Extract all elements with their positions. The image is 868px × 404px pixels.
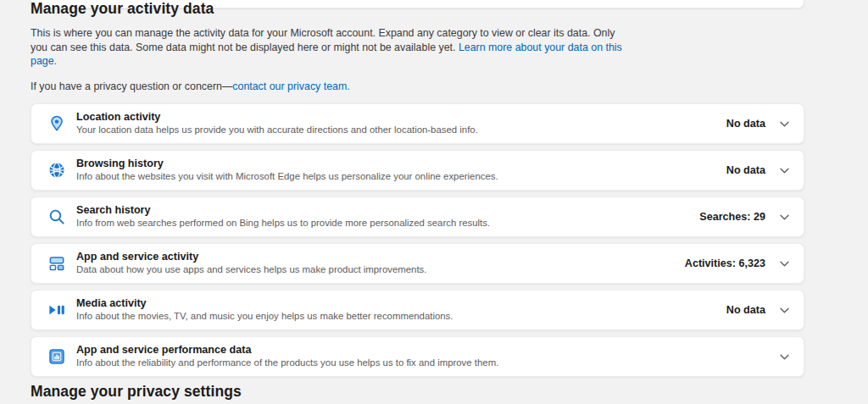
apps-icon xyxy=(47,254,66,273)
privacy-question-text: If you have a privacy question or concer… xyxy=(31,80,232,92)
page-title: Manage your activity data xyxy=(31,0,804,18)
privacy-question-line: If you have a privacy question or concer… xyxy=(31,80,804,93)
category-description: Info about the reliability and performan… xyxy=(76,357,765,369)
chevron-down-icon[interactable] xyxy=(779,304,790,315)
category-description: Info from web searches performed on Bing… xyxy=(76,218,699,230)
chevron-down-icon[interactable] xyxy=(779,118,790,129)
category-status: Activities: 6,323 xyxy=(685,257,765,269)
chevron-down-icon[interactable] xyxy=(779,211,790,222)
category-title: Location activity xyxy=(76,111,726,124)
performance-chart-icon xyxy=(47,347,66,366)
activity-data-page: Manage your activity data This is where … xyxy=(31,0,804,404)
activity-category-list: Location activity Your location data hel… xyxy=(31,103,804,377)
media-play-pause-icon xyxy=(47,301,66,319)
category-status: Searches: 29 xyxy=(699,211,765,223)
chevron-down-icon[interactable] xyxy=(779,257,790,268)
category-title: Browsing history xyxy=(76,158,726,170)
activity-category-card[interactable]: App and service performance data Info ab… xyxy=(31,336,804,377)
search-icon xyxy=(47,208,66,226)
activity-category-card[interactable]: Browsing history Info about the websites… xyxy=(31,150,804,191)
category-title: Media activity xyxy=(76,297,726,310)
category-title: App and service activity xyxy=(76,251,685,263)
contact-privacy-team-link[interactable]: contact our privacy team. xyxy=(232,80,349,92)
category-description: Your location data helps us provide you … xyxy=(76,125,726,136)
category-description: Data about how you use apps and services… xyxy=(76,264,685,276)
category-description: Info about the movies, TV, and music you… xyxy=(76,311,726,323)
chevron-down-icon[interactable] xyxy=(779,164,790,175)
activity-category-card[interactable]: Media activity Info about the movies, TV… xyxy=(31,290,804,330)
location-pin-icon xyxy=(47,114,66,133)
category-title: Search history xyxy=(76,204,699,217)
globe-icon xyxy=(47,161,66,180)
category-description: Info about the websites you visit with M… xyxy=(76,171,726,183)
category-status: No data xyxy=(726,164,765,176)
intro-paragraph: This is where you can manage the activit… xyxy=(31,26,624,69)
chevron-down-icon[interactable] xyxy=(779,351,790,362)
activity-category-card[interactable]: Search history Info from web searches pe… xyxy=(31,196,804,237)
category-status: No data xyxy=(726,118,765,130)
privacy-settings-title: Manage your privacy settings xyxy=(31,383,804,401)
activity-category-card[interactable]: App and service activity Data about how … xyxy=(31,243,804,284)
activity-category-card[interactable]: Location activity Your location data hel… xyxy=(31,103,804,144)
category-status: No data xyxy=(726,304,765,316)
category-title: App and service performance data xyxy=(76,344,765,357)
